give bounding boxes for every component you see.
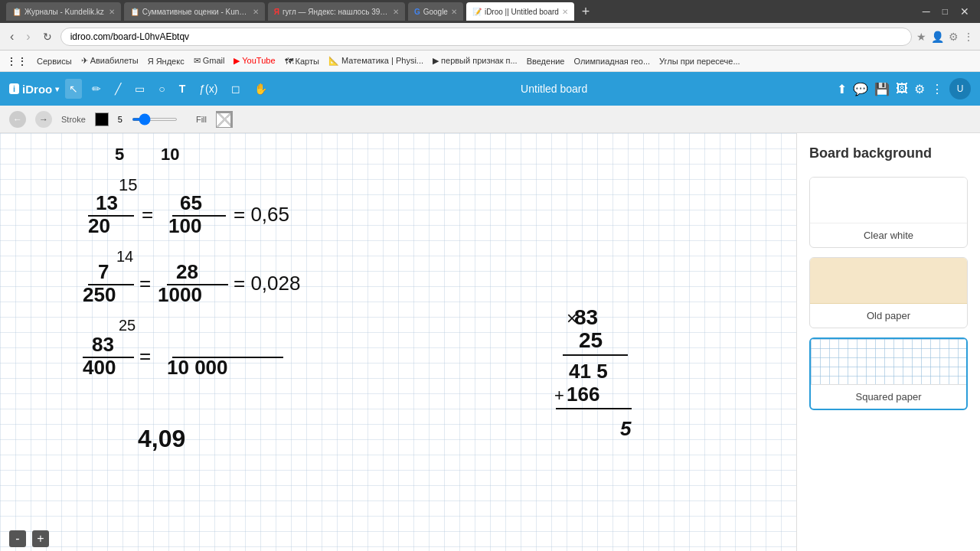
bookmark-pervyi[interactable]: ▶ первый признак п... (433, 56, 518, 66)
forward-button[interactable]: › (22, 28, 34, 45)
stroke-color-swatch[interactable] (95, 112, 109, 126)
undo-back-button[interactable]: ← (9, 111, 26, 128)
save-button[interactable]: 💾 (874, 82, 890, 96)
svg-text:=: = (139, 344, 151, 367)
bookmark-math[interactable]: 📐 Математика | Physi... (328, 56, 423, 66)
logo-area[interactable]: i iDroo ▾ (9, 83, 59, 96)
tab-yandex[interactable]: Я гугл — Яндекс: нашлось 39 мл... ✕ (268, 2, 405, 21)
svg-text:=: = (139, 272, 151, 295)
maximize-button[interactable]: □ (938, 6, 952, 17)
stroke-width-value: 5 (118, 115, 122, 124)
svg-text:25: 25 (579, 328, 603, 352)
bg-preview-white (810, 178, 967, 223)
logo-text: iDroo (22, 83, 52, 96)
new-tab-button[interactable]: + (577, 5, 595, 18)
zoom-minus-button[interactable]: - (9, 530, 26, 547)
chat-button[interactable]: 💬 (853, 82, 868, 96)
close-window-button[interactable]: ✕ (956, 5, 974, 18)
logo-icon: i (9, 83, 19, 94)
formula-tool[interactable]: ƒ(x) (195, 79, 221, 99)
apps-icon[interactable]: ⋮⋮ (6, 55, 28, 67)
tab-label5: iDroo || Untitled board (485, 8, 559, 16)
browser-chrome: 📋 Журналы - Kundelik.kz ✕ 📋 Суммативные … (0, 0, 980, 23)
tab-label3: гугл — Яндекс: нашлось 39 мл... (283, 8, 390, 16)
tab-idroo[interactable]: 📝 iDroo || Untitled board ✕ (466, 2, 574, 21)
more-button[interactable]: ⋮ (931, 82, 943, 96)
svg-text:83: 83 (574, 305, 598, 329)
tab-favicon2: 📋 (130, 8, 139, 16)
bg-option-old-paper[interactable]: Old paper (809, 257, 968, 328)
tab-close-icon3[interactable]: ✕ (393, 8, 399, 16)
rect-tool[interactable]: ▭ (131, 79, 149, 99)
back-button[interactable]: ‹ (6, 28, 18, 45)
svg-text:15: 15 (119, 175, 137, 194)
image-button[interactable]: 🖼 (896, 82, 908, 96)
bookmark-youtube[interactable]: ▶ YouTube (234, 56, 275, 66)
pan-tool[interactable]: ✋ (250, 79, 271, 99)
stroke-width-slider[interactable] (132, 118, 178, 121)
tab-journals[interactable]: 📋 Журналы - Kundelik.kz ✕ (6, 2, 121, 21)
undo-forward-button[interactable]: → (35, 111, 52, 128)
svg-text:250: 250 (83, 283, 116, 306)
svg-text:65: 65 (180, 191, 202, 214)
svg-text:41 5: 41 5 (569, 360, 608, 383)
svg-text:×: × (567, 308, 577, 328)
minimize-button[interactable]: ─ (918, 5, 935, 18)
bookmark-yandex[interactable]: Я Яндекс (148, 57, 185, 66)
svg-text:10: 10 (161, 145, 179, 164)
svg-text:13: 13 (96, 191, 118, 214)
address-bar-row: ‹ › ↻ ★ 👤 ⚙ ⋮ (0, 23, 980, 51)
menu-icon: ⋮ (963, 31, 974, 43)
board-title: Untitled board (277, 83, 831, 95)
bg-preview-old-paper (810, 258, 967, 304)
fill-label: Fill (196, 115, 207, 124)
panel-title: Board background (809, 145, 968, 161)
math-canvas: 5 10 15 13 20 = 65 100 = 0,65 14 7 250 =… (0, 133, 796, 551)
text-tool[interactable]: T (175, 79, 190, 99)
settings-button[interactable]: ⚙ (914, 82, 925, 96)
main-area: 5 10 15 13 20 = 65 100 = 0,65 14 7 250 =… (0, 133, 980, 551)
circle-tool[interactable]: ○ (155, 79, 168, 99)
bookmark-olimp[interactable]: Олимпиадная гео... (573, 57, 650, 66)
line-tool[interactable]: ╱ (111, 79, 125, 99)
right-tools: ⬆ 💬 💾 🖼 ⚙ ⋮ U (837, 78, 971, 99)
pen-tool[interactable]: ✏ (88, 79, 105, 99)
reload-button[interactable]: ↻ (39, 29, 56, 44)
bg-label-old-paper: Old paper (810, 304, 967, 328)
svg-text:83: 83 (92, 333, 114, 356)
board-canvas[interactable]: 5 10 15 13 20 = 65 100 = 0,65 14 7 250 =… (0, 133, 796, 551)
svg-text:4,09: 4,09 (138, 425, 185, 452)
bookmark-ugly[interactable]: Углы при пересече... (659, 57, 740, 66)
fill-color-swatch[interactable] (216, 111, 233, 128)
svg-text:5: 5 (620, 417, 632, 440)
bookmark-vvedenie[interactable]: Введение (527, 57, 565, 66)
bookmark-avia[interactable]: ✈ Авиабилеты (81, 56, 139, 66)
avatar[interactable]: U (949, 78, 971, 99)
logo-dropdown-icon[interactable]: ▾ (55, 85, 59, 93)
bg-option-squared-paper[interactable]: Squared paper (809, 337, 968, 410)
svg-text:14: 14 (116, 248, 133, 265)
tab-close-icon2[interactable]: ✕ (253, 8, 259, 16)
tab-close-icon4[interactable]: ✕ (451, 8, 457, 16)
bottom-bar: - + (0, 527, 796, 551)
bg-preview-squared (811, 339, 966, 385)
bookmark-serv[interactable]: Сервисы (37, 57, 72, 66)
svg-text:= 0,028: = 0,028 (234, 272, 300, 295)
zoom-plus-button[interactable]: + (32, 530, 49, 547)
address-input[interactable] (60, 28, 912, 46)
select-tool[interactable]: ↖ (65, 79, 82, 99)
bg-option-clear-white[interactable]: Clear white (809, 177, 968, 248)
tab-favicon: 📋 (12, 8, 21, 16)
bookmark-gmail[interactable]: ✉ Gmail (194, 56, 225, 66)
tab-close-icon[interactable]: ✕ (109, 8, 115, 16)
svg-text:100: 100 (168, 214, 201, 237)
svg-text:=: = (142, 203, 153, 226)
bookmark-karty[interactable]: 🗺 Карты (285, 57, 319, 66)
tab-google[interactable]: G Google ✕ (408, 2, 463, 21)
svg-text:+: + (554, 386, 564, 405)
eraser-tool[interactable]: ◻ (227, 79, 244, 99)
tab-close-icon5[interactable]: ✕ (562, 8, 568, 16)
stroke-fill-bar: ← → Stroke 5 Fill (0, 106, 980, 133)
share-button[interactable]: ⬆ (837, 82, 847, 96)
tab-summative[interactable]: 📋 Суммативные оценки - Kundelі... ✕ (124, 2, 265, 21)
